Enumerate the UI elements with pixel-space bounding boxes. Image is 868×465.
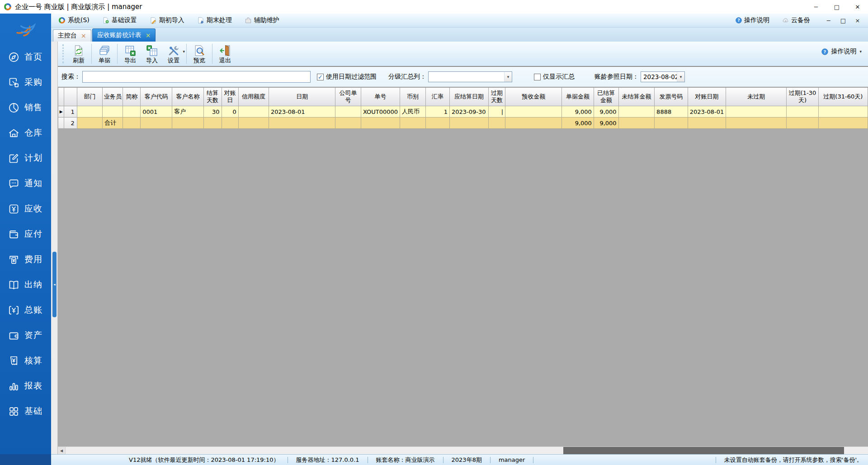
sidebar-item-ledger[interactable]: 总账 [0,297,51,323]
menu-item-system[interactable]: 系统(S) [58,16,90,24]
help-icon: ? [735,17,742,24]
tab-close-icon[interactable]: × [146,32,151,38]
column-header-date[interactable]: 日期 [269,88,335,106]
sidebar-item-home[interactable]: 首页 [0,44,51,70]
toolbar: 刷新单据导出导入▾设置预览退出?操作说明▾ [58,42,868,67]
menu-link-cloud-backup[interactable]: 云备份 [782,16,810,24]
menu-item-initial-import[interactable]: 期初导入 [150,16,184,24]
minimize-button[interactable]: ─ [806,0,826,14]
column-header-abbr[interactable]: 简称 [123,88,141,106]
tab-ar-aging-report[interactable]: 应收账龄统计表× [92,28,156,42]
sidebar-item-warehouse[interactable]: 仓库 [0,120,51,146]
toolbar-separator [186,44,187,64]
column-header-settled-amt[interactable]: 已结算金额 [594,88,618,106]
search-input[interactable] [82,71,311,83]
menu-item-basic-setup[interactable]: 基础设置 [102,16,137,24]
sidebar-item-basic[interactable]: 基础 [0,399,51,424]
export-icon [124,44,137,57]
column-header-unsettled-amt[interactable]: 未结算金额 [618,88,654,106]
horizontal-scrollbar[interactable]: ◀ [58,446,868,454]
scroll-left-icon: ◀ [60,449,63,453]
toolbar-button-bills[interactable]: 单据 [94,42,115,66]
sidebar-item-plan[interactable]: 计划 [0,146,51,171]
column-header-prepaid[interactable]: 预收金额 [505,88,562,106]
table-row[interactable]: 2合计9,0009,000 [58,117,868,129]
system-logo-icon [58,17,66,24]
sidebar-item-notice[interactable]: 通知 [0,171,51,196]
toolbar-button-settings[interactable]: ▾设置 [163,42,184,66]
sidebar-item-payable[interactable]: 应付 [0,221,51,247]
svg-text:?: ? [737,18,740,23]
column-header-bill-amt[interactable]: 单据金额 [562,88,594,106]
scroll-left-button[interactable]: ◀ [58,447,66,454]
sidebar-splitter[interactable]: ◂ [51,42,58,454]
scrollbar-thumb[interactable] [563,447,844,454]
mdi-close-button[interactable]: × [852,17,863,24]
menu-item-period-end[interactable]: 期末处理 [197,16,232,24]
use-date-filter-checkbox[interactable]: ✓ [317,74,324,80]
cell-sel: ▶ [58,106,64,117]
table-row[interactable]: ▶10001客户3002023-08-01XOUT00000人民币12023-0… [58,106,868,117]
column-header-rownum[interactable] [64,88,77,106]
column-header-cust-name[interactable]: 客户名称 [172,88,203,106]
column-header-overdue-1-30[interactable]: 过期(1-30天) [787,88,818,106]
sidebar-item-accounting[interactable]: 核算 [0,348,51,373]
sidebar-item-receivable[interactable]: 应收 [0,196,51,221]
column-header-invoice-no[interactable]: 发票号码 [655,88,688,106]
toolbar-button-export[interactable]: 导出 [119,42,141,66]
toolbar-button-preview[interactable]: 预览 [189,42,210,66]
toolbar-button-label: 设置 [168,57,179,63]
column-header-rate[interactable]: 汇率 [425,88,449,106]
column-header-cust-code[interactable]: 客户代码 [141,88,172,106]
toolbar-button-refresh[interactable]: 刷新 [68,42,90,66]
mdi-minimize-button[interactable]: − [823,17,835,24]
sidebar-item-sales[interactable]: 销售 [0,95,51,120]
menu-link-help[interactable]: ?操作说明 [735,16,769,24]
menu-link-label: 操作说明 [744,16,769,24]
column-header-bill-no[interactable]: 单号 [361,88,400,106]
toolbar-help-button[interactable]: ?操作说明▾ [821,47,862,56]
mdi-restore-button[interactable]: □ [837,17,849,24]
cell-overdue-1-30 [787,106,818,117]
column-header-due-date[interactable]: 应结算日期 [449,88,488,106]
column-header-recon-date[interactable]: 对账日期 [688,88,726,106]
column-header-company-no[interactable]: 公司单号 [335,88,361,106]
maximize-button[interactable]: □ [826,0,847,14]
column-header-overdue-days[interactable]: 过期天数 [488,88,505,106]
column-header-credit-limit[interactable]: 信用额度 [238,88,269,106]
cell-not-due [726,106,787,117]
sidebar-item-reports[interactable]: 报表 [0,373,51,399]
status-backup-warning: 未设置自动账套备份，请打开系统参数，搜索'备份'。 [724,456,863,464]
cell-overdue-days: | [488,106,505,117]
collapse-handle[interactable]: ◂ [52,252,57,317]
column-header-recon-day[interactable]: 对账日 [222,88,238,106]
column-header-overdue-31-60[interactable]: 过期(31-60天) [818,88,868,106]
toolbar-button-exit[interactable]: 退出 [214,42,236,66]
import-icon [146,44,158,57]
menu-item-maintenance[interactable]: 辅助维护 [245,16,279,24]
cell-unsettled-amt [618,117,654,129]
close-button[interactable]: ✕ [847,0,868,14]
sidebar-item-expense[interactable]: 费用 [0,247,51,272]
menu-item-label: 期初导入 [159,16,184,24]
group-column-select[interactable]: ▾ [428,71,512,82]
sidebar-item-assets[interactable]: 资产 [0,323,51,348]
sidebar-item-cashier[interactable]: 出纳 [0,272,51,297]
aging-date-select[interactable]: 2023-08-02 ▾ [641,71,685,82]
toolbar-button-import[interactable]: 导入 [141,42,163,66]
summary-only-checkbox[interactable] [534,74,541,80]
chevron-down-icon[interactable]: ▾ [183,49,185,54]
tab-close-icon[interactable]: × [81,33,86,39]
column-header-dept[interactable]: 部门 [77,88,103,106]
period-end-icon [197,17,204,24]
scrollbar-track[interactable] [66,447,868,454]
column-header-settle-days[interactable]: 结算天数 [203,88,222,106]
column-header-not-due[interactable]: 未过期 [726,88,787,106]
column-header-currency[interactable]: 币别 [400,88,426,106]
column-header-sel[interactable] [58,88,64,106]
sidebar-item-purchase[interactable]: 采购 [0,70,51,95]
tab-console[interactable]: 主控台× [53,29,91,42]
column-header-salesman[interactable]: 业务员 [103,88,123,106]
cell-abbr [123,106,141,117]
chevron-down-icon: ▾ [859,49,862,54]
